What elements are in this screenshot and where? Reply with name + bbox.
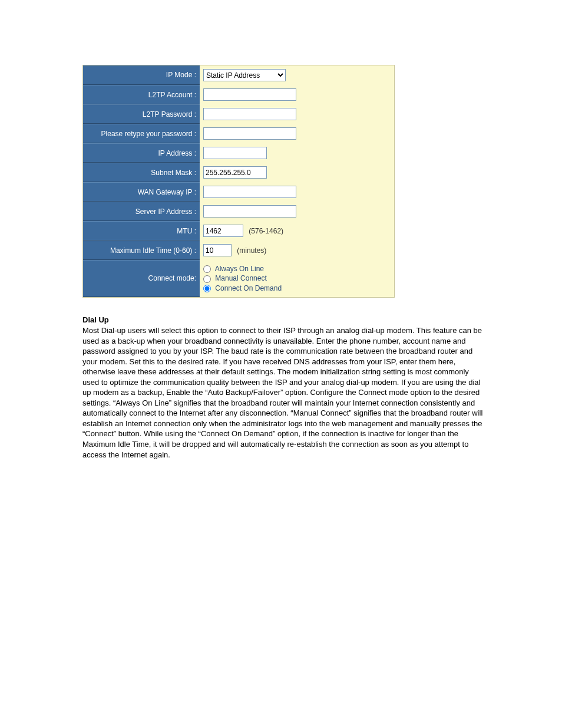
ip-address-label: IP Address : — [83, 143, 200, 163]
connect-mode-demand[interactable]: Connect On Demand — [203, 284, 391, 292]
mtu-hint: (576-1462) — [245, 227, 283, 235]
retype-password-label: Please retype your password : — [83, 124, 200, 143]
dialup-heading: Dial Up — [82, 315, 483, 324]
l2tp-account-label: L2TP Account : — [83, 85, 200, 104]
subnet-mask-label: Subnet Mask : — [83, 163, 200, 182]
mtu-field[interactable] — [203, 225, 243, 237]
connect-mode-always-text: Always On Line — [215, 265, 264, 273]
connect-mode-demand-radio[interactable] — [203, 285, 211, 292]
wan-gateway-ip-field[interactable] — [203, 186, 296, 198]
ip-mode-label: IP Mode : — [83, 65, 200, 85]
server-ip-address-field[interactable] — [203, 205, 296, 218]
retype-password-field[interactable] — [203, 127, 296, 140]
connect-mode-group: Always On Line Manual Connect Connect On… — [203, 265, 391, 292]
config-table: IP Mode : Static IP Address L2TP Account… — [82, 65, 395, 298]
l2tp-password-label: L2TP Password : — [83, 104, 200, 124]
max-idle-label: Maximum Idle Time (0-60) : — [83, 241, 200, 260]
server-ip-address-label: Server IP Address : — [83, 202, 200, 221]
wan-gateway-ip-label: WAN Gateway IP : — [83, 182, 200, 202]
connect-mode-manual-radio[interactable] — [203, 275, 211, 283]
mtu-label: MTU : — [83, 221, 200, 241]
max-idle-hint: (minutes) — [233, 246, 266, 255]
connect-mode-always-radio[interactable] — [203, 265, 211, 273]
ip-address-field[interactable] — [203, 147, 267, 159]
connect-mode-always[interactable]: Always On Line — [203, 265, 391, 273]
connect-mode-label: Connect mode: — [83, 260, 200, 297]
max-idle-field[interactable] — [203, 244, 232, 256]
ip-mode-select[interactable]: Static IP Address — [203, 69, 286, 81]
dialup-body: Most Dial-up users will select this opti… — [82, 325, 483, 460]
l2tp-password-field[interactable] — [203, 108, 296, 120]
connect-mode-manual[interactable]: Manual Connect — [203, 274, 391, 282]
connect-mode-manual-text: Manual Connect — [215, 274, 266, 282]
connect-mode-demand-text: Connect On Demand — [215, 284, 282, 292]
subnet-mask-field[interactable] — [203, 166, 267, 179]
l2tp-account-field[interactable] — [203, 88, 296, 101]
dialup-section: Dial Up Most Dial-up users will select t… — [82, 315, 483, 460]
